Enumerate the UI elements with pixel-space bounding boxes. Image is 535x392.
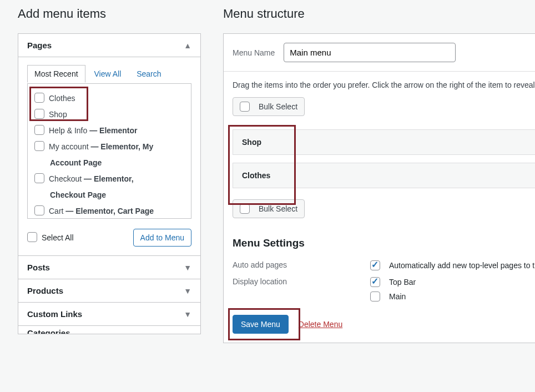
checkbox[interactable] (34, 173, 44, 183)
metabox-posts-header[interactable]: Posts ▼ (18, 256, 200, 279)
checkbox[interactable] (34, 109, 44, 119)
bulk-select-top-button[interactable]: Bulk Select (233, 97, 305, 116)
pages-list[interactable]: Clothes Shop Help & Info — Elementor My … (27, 83, 191, 219)
tab-most-recent[interactable]: Most Recent (27, 65, 85, 83)
auto-add-label: Auto add pages (233, 260, 370, 270)
tab-view-all[interactable]: View All (87, 66, 128, 82)
page-option-checkout-cont: Checkout Page (34, 187, 188, 203)
metabox-pages-header[interactable]: Pages ▲ (18, 34, 200, 57)
triangle-down-icon: ▼ (184, 263, 191, 272)
page-option-cart: Cart — Elementor, Cart Page (34, 203, 188, 219)
location-main-checkbox[interactable] (370, 292, 380, 301)
add-to-menu-button[interactable]: Add to Menu (133, 229, 191, 247)
page-option-my-account: My account — Elementor, My (34, 139, 188, 155)
auto-add-text: Automatically add new top-level pages to… (389, 261, 535, 270)
metabox-pages-title: Pages (27, 41, 52, 50)
triangle-down-icon: ▼ (184, 287, 191, 295)
metabox-products-header[interactable]: Products ▼ (18, 279, 200, 303)
display-location-label: Display location (233, 277, 370, 301)
metabox-custom-links-header[interactable]: Custom Links ▼ (18, 303, 200, 326)
checkbox[interactable] (34, 125, 44, 135)
checkbox[interactable] (34, 141, 44, 151)
checkbox[interactable] (34, 205, 44, 215)
checkbox[interactable] (240, 102, 250, 112)
menu-name-input[interactable] (284, 43, 456, 62)
checkbox[interactable] (240, 204, 250, 214)
location-topbar-checkbox[interactable] (370, 277, 380, 287)
tab-search[interactable]: Search (130, 66, 168, 82)
metabox-pages-body: Most Recent View All Search Clothes Shop (18, 57, 200, 256)
save-menu-button[interactable]: Save Menu (233, 315, 289, 334)
drag-instruction: Drag the items into the order you prefer… (233, 81, 535, 89)
triangle-down-icon: ▼ (184, 310, 191, 319)
page-option-checkout: Checkout — Elementor, (34, 171, 188, 187)
menu-form: Menu Name Drag the items into the order … (223, 33, 535, 343)
metabox-categories-header[interactable]: Categories (18, 326, 200, 334)
menu-structure-heading: Menu structure (223, 7, 535, 21)
menu-item-clothes[interactable]: Clothes Page ▼ (233, 163, 535, 188)
add-menu-items-heading: Add menu items (18, 7, 223, 21)
select-all-checkbox[interactable] (27, 232, 37, 242)
delete-menu-link[interactable]: Delete Menu (299, 320, 342, 329)
page-option-my-account-cont: Account Page (34, 155, 188, 171)
page-option-help-info: Help & Info — Elementor (34, 123, 188, 139)
menu-item-shop[interactable]: Shop Page ▼ (233, 129, 535, 155)
menu-settings-heading: Menu Settings (233, 237, 535, 249)
checkbox[interactable] (34, 93, 44, 103)
select-all-label: Select All (42, 232, 74, 244)
menu-name-label: Menu Name (233, 48, 275, 57)
triangle-up-icon: ▲ (184, 41, 191, 50)
bulk-select-bottom-button[interactable]: Bulk Select (233, 199, 305, 218)
auto-add-checkbox[interactable] (370, 260, 380, 270)
